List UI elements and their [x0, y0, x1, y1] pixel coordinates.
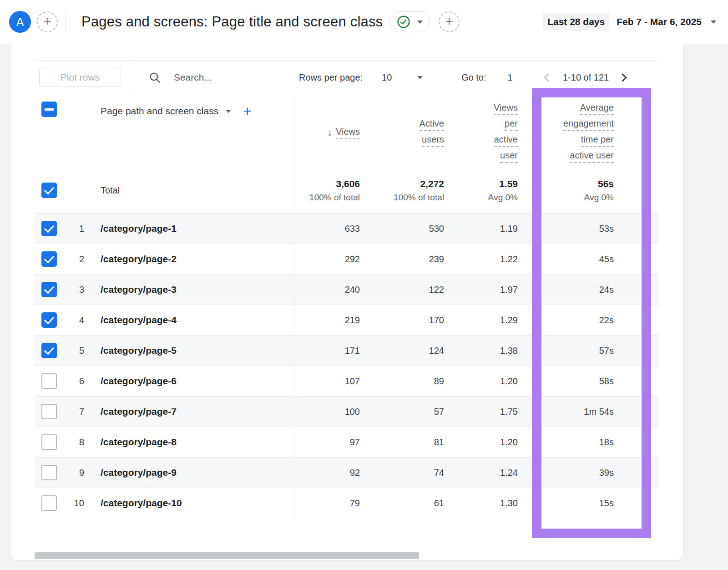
row-checkbox[interactable] [41, 282, 57, 297]
prev-page-button[interactable] [544, 73, 552, 81]
active-users-value: 239 [360, 254, 444, 265]
row-checkbox[interactable] [41, 404, 57, 419]
views-value: 633 [294, 224, 360, 234]
next-page-button[interactable] [619, 73, 627, 81]
app-header: A + Pages and screens: Page title and sc… [0, 0, 728, 44]
rows-per-page-label: Rows per page: [299, 72, 363, 83]
metric-header-views-per-active-user[interactable]: Viewsperactiveuser [444, 103, 518, 167]
account-avatar[interactable]: A [9, 11, 31, 33]
row-checkbox[interactable] [41, 221, 57, 236]
views-value: 292 [294, 254, 360, 265]
check-circle-icon [397, 15, 410, 29]
total-row: Total 3,606 100% of total 2,272 100% of … [35, 168, 659, 213]
row-number: 7 [57, 407, 84, 417]
horizontal-scrollbar [35, 552, 659, 559]
engagement-time-value: 58s [518, 376, 614, 387]
metric-header-views[interactable]: ↓Views [294, 127, 360, 143]
row-checkbox[interactable] [41, 343, 57, 358]
views-value: 171 [294, 346, 360, 356]
views-per-user-value: 1.19 [444, 224, 518, 234]
views-value: 97 [294, 437, 360, 448]
row-checkbox[interactable] [41, 312, 57, 328]
engagement-time-value: 22s [518, 315, 614, 326]
active-users-value: 61 [360, 498, 444, 509]
metric-headers: ↓ViewsActiveusersViewsperactiveuserAvera… [294, 102, 659, 167]
page-path: /category/page-10 [101, 498, 182, 508]
engagement-time-value: 39s [518, 468, 614, 478]
views-per-user-value: 1.29 [444, 315, 518, 326]
column-divider [294, 94, 294, 518]
select-all-checkbox[interactable] [41, 102, 57, 117]
views-per-user-value: 1.97 [444, 285, 518, 295]
table-row: 1/category/page-16335301.1953s [35, 213, 659, 244]
row-checkbox[interactable] [41, 495, 57, 511]
views-value: 100 [294, 407, 360, 417]
data-table: Page path and screen class + ↓ViewsActiv… [35, 94, 659, 518]
page-path: /category/page-1 [101, 223, 177, 234]
active-users-value: 81 [360, 437, 444, 448]
total-engagement-time: 56s Avg 0% [518, 178, 614, 203]
add-dimension-icon[interactable]: + [243, 104, 252, 118]
row-checkbox[interactable] [41, 434, 57, 450]
total-label: Total [101, 185, 120, 195]
engagement-time-value: 45s [518, 254, 614, 265]
row-number: 5 [57, 346, 84, 356]
views-value: 107 [294, 376, 360, 387]
page-path: /category/page-4 [101, 315, 177, 325]
table-row: 9/category/page-992741.2439s [35, 457, 659, 488]
active-users-value: 530 [360, 224, 444, 234]
metric-header-average-engagement-time-per-active-user[interactable]: Averageengagementtime peractive user [518, 103, 614, 167]
chevron-down-icon [417, 20, 423, 24]
metric-header-active-users[interactable]: Activeusers [360, 119, 444, 151]
table-row: 5/category/page-51711241.3857s [35, 335, 659, 366]
row-number: 8 [57, 437, 84, 448]
engagement-time-value: 15s [518, 498, 614, 509]
scrollbar-thumb[interactable] [35, 552, 419, 559]
table-row: 7/category/page-7100571.751m 54s [35, 396, 659, 427]
rows-per-page: Rows per page: 10 [299, 61, 423, 94]
page-path: /category/page-9 [101, 467, 177, 478]
rows-per-page-value[interactable]: 10 [382, 72, 392, 83]
row-checkbox[interactable] [41, 465, 57, 480]
views-per-user-value: 1.75 [444, 407, 518, 417]
active-users-value: 89 [360, 376, 444, 387]
row-number: 6 [57, 376, 84, 387]
views-per-user-value: 1.24 [444, 468, 518, 478]
date-range-selector[interactable] [711, 20, 716, 24]
search-input[interactable] [173, 71, 278, 83]
total-views-per-user: 1.59 Avg 0% [444, 178, 518, 203]
table-row: 6/category/page-6107891.2058s [35, 366, 659, 396]
page-path: /category/page-6 [101, 376, 177, 386]
page-path: /category/page-8 [101, 437, 177, 447]
views-per-user-value: 1.30 [444, 498, 518, 509]
date-range-value: Feb 7 - Mar 6, 2025 [617, 16, 702, 27]
table-row: 4/category/page-42191701.2922s [35, 305, 659, 335]
pagination: 1-10 of 121 [545, 61, 626, 94]
active-users-value: 122 [360, 285, 444, 295]
add-report-button[interactable]: + [439, 11, 460, 32]
plot-rows-button[interactable]: Plot rows [39, 68, 121, 87]
active-users-value: 57 [360, 407, 444, 417]
views-value: 79 [294, 498, 360, 509]
row-checkbox[interactable] [41, 251, 57, 267]
dimension-caret-icon [226, 110, 231, 113]
total-checkbox[interactable] [41, 183, 57, 198]
total-active-users: 2,272 100% of total [360, 178, 444, 203]
sort-descending-icon: ↓ [328, 127, 333, 137]
views-value: 219 [294, 315, 360, 326]
go-to-input[interactable]: 1 [507, 72, 512, 83]
add-comparison-button[interactable]: + [37, 11, 58, 32]
dimension-header[interactable]: Page path and screen class + [101, 104, 294, 118]
table-row: 3/category/page-32401221.9724s [35, 274, 659, 305]
rows-per-page-caret[interactable] [417, 76, 423, 79]
active-users-value: 74 [360, 468, 444, 478]
date-range-preset: Last 28 days [543, 13, 609, 31]
engagement-time-value: 1m 54s [518, 407, 614, 417]
page-title: Pages and screens: Page title and screen… [81, 14, 383, 30]
engagement-time-value: 24s [518, 285, 614, 295]
report-status-dropdown[interactable] [389, 11, 430, 32]
active-users-value: 170 [360, 315, 444, 326]
row-checkbox[interactable] [41, 373, 57, 389]
engagement-time-value: 57s [518, 346, 614, 356]
row-number: 2 [57, 254, 84, 265]
